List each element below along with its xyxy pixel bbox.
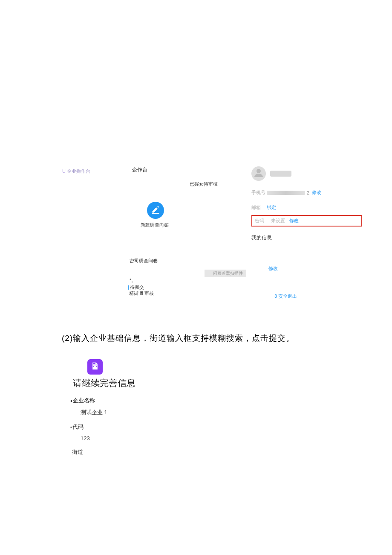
password-row-highlighted: 密码 未设置 修改 xyxy=(251,215,362,227)
company-name-label: ♦企业名称 xyxy=(70,397,283,404)
worktable-tab[interactable]: 企作台 xyxy=(132,166,147,174)
enterprise-ops-label: U企业操作台 xyxy=(62,168,90,174)
pencil-tray-icon xyxy=(151,205,160,215)
email-row: 邮箱 绑定 xyxy=(251,204,362,211)
email-label: 邮箱 xyxy=(251,204,267,211)
code-label: •代码 xyxy=(70,423,283,431)
survey-seal-scan-attachment[interactable]: 问卷盖章扫描件 xyxy=(205,270,246,277)
required-star-icon: • xyxy=(70,425,72,430)
status-street-review: 精街 ifi 审核 xyxy=(129,290,154,296)
submitted-pending-review-label: 已握女待审槛 xyxy=(190,181,218,187)
status-pending-submit[interactable]: |待搬交 xyxy=(128,284,144,291)
document-search-icon xyxy=(91,362,99,372)
required-star-icon: ♦ xyxy=(70,398,72,403)
confidential-survey-label: 密司调查问卷 xyxy=(130,258,158,264)
password-label: 密码 xyxy=(255,218,268,224)
info-modify-link[interactable]: 修改 xyxy=(268,265,362,272)
person-icon xyxy=(254,168,264,180)
screenshot-operations-panel: U企业操作台 企作台 已握女待审槛 新建调查向签 密司调查问卷 问卷盖章扫描件 … xyxy=(60,162,362,299)
phone-value-redacted xyxy=(267,191,305,195)
instruction-step-2: (2)输入企业基础信息，街道输入框支持模糊搜索，点击提交。 xyxy=(62,333,294,344)
my-info-heading: 我的信息 xyxy=(251,234,362,241)
phone-row: 手机号 2 修改 xyxy=(251,189,362,196)
username-redacted xyxy=(270,171,291,177)
required-star-note: *。 xyxy=(130,277,136,284)
form-title: 请继续完善信息 xyxy=(73,377,283,389)
avatar[interactable] xyxy=(251,166,266,181)
create-survey-label: 新建调查向签 xyxy=(141,222,169,228)
account-actions-row: 3安全退出 注销账户 xyxy=(274,292,392,300)
svg-point-0 xyxy=(257,169,261,173)
phone-label: 手机号 xyxy=(251,189,267,196)
field-street: 街道 xyxy=(70,448,283,456)
form-header-icon-wrapper xyxy=(87,359,103,375)
field-company-name: ♦企业名称 测试企业 1 xyxy=(70,397,283,416)
street-label: 街道 xyxy=(72,448,283,456)
create-survey-button[interactable] xyxy=(147,202,164,219)
company-name-input[interactable]: 测试企业 1 xyxy=(81,409,283,416)
password-modify-link[interactable]: 修改 xyxy=(289,218,299,224)
profile-panel: 手机号 2 修改 邮箱 绑定 密码 未设置 修改 我的信息 修改 xyxy=(251,166,362,272)
field-code: •代码 123 xyxy=(70,423,283,442)
email-bind-link[interactable]: 绑定 xyxy=(267,204,276,211)
complete-info-form: 请继续完善信息 ♦企业名称 测试企业 1 •代码 123 街道 xyxy=(70,359,283,463)
password-unset-flag: 未设置 xyxy=(271,218,285,224)
phone-modify-link[interactable]: 修改 xyxy=(312,189,321,196)
phone-tail: 2 xyxy=(307,190,309,195)
safe-exit-link[interactable]: 3安全退出 xyxy=(274,293,297,299)
code-input[interactable]: 123 xyxy=(81,435,283,442)
